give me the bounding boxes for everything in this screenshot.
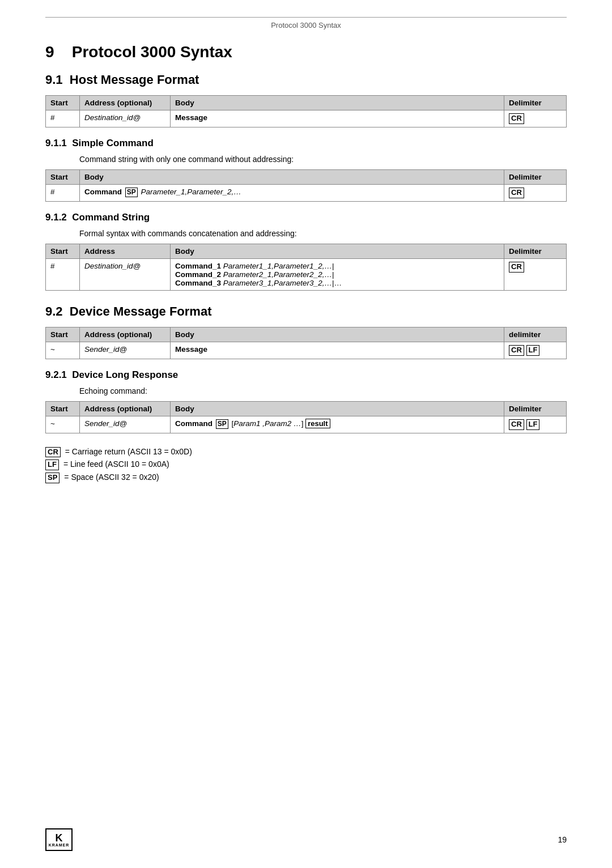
sp-box: SP bbox=[216, 419, 228, 429]
cell-start: ~ bbox=[46, 342, 80, 359]
col-header-delimiter: Delimiter bbox=[504, 244, 567, 258]
col-header-body: Body bbox=[80, 169, 504, 184]
table-row: ~ Sender_id@ Command SP [Param1 ,Param2 … bbox=[46, 416, 567, 433]
section-9-1-2-description: Formal syntax with commands concatenatio… bbox=[45, 229, 567, 238]
col-header-body: Body bbox=[171, 244, 504, 258]
legend-item-cr: CR = Carriage return (ASCII 13 = 0x0D) bbox=[45, 447, 567, 458]
host-message-table: Start Address (optional) Body Delimiter … bbox=[45, 95, 567, 127]
legend-item-sp: SP = Space (ASCII 32 = 0x20) bbox=[45, 473, 567, 483]
cell-delimiter: CR bbox=[504, 110, 567, 127]
section-9-1-1-description: Command string with only one command wit… bbox=[45, 155, 567, 164]
cell-delimiter: CR LF bbox=[504, 342, 567, 359]
chapter-number: 9 bbox=[45, 43, 54, 61]
page-footer: K KRAMER 19 bbox=[0, 828, 612, 851]
col-header-delimiter: Delimiter bbox=[504, 401, 567, 416]
header-rule bbox=[45, 17, 567, 18]
col-header-body: Body bbox=[171, 96, 504, 110]
legend-desc-sp: = Space (ASCII 32 = 0x20) bbox=[64, 473, 159, 482]
logo-letter: K bbox=[56, 833, 63, 843]
section-9-1-2-title: 9.1.2 Command String bbox=[45, 212, 567, 223]
legend-section: CR = Carriage return (ASCII 13 = 0x0D) L… bbox=[45, 447, 567, 484]
section-9-1-1-title: 9.1.1 Simple Command bbox=[45, 138, 567, 149]
logo-label: KRAMER bbox=[49, 843, 70, 847]
table-row: # Command SP Parameter_1,Parameter_2,… C… bbox=[46, 184, 567, 201]
cell-start: # bbox=[46, 184, 80, 201]
device-long-response-table: Start Address (optional) Body Delimiter … bbox=[45, 401, 567, 433]
section-9-2-1-description: Echoing command: bbox=[45, 386, 567, 395]
cell-body: Command SP [Param1 ,Param2 …] result bbox=[171, 416, 504, 433]
cell-delimiter: CR bbox=[504, 184, 567, 201]
section-9-1-title: 9.1 Host Message Format bbox=[45, 73, 567, 87]
command-string-table: Start Address Body Delimiter # Destinati… bbox=[45, 244, 567, 291]
page-number: 19 bbox=[558, 835, 567, 844]
col-header-delimiter: delimiter bbox=[504, 327, 567, 342]
legend-desc-cr: = Carriage return (ASCII 13 = 0x0D) bbox=[65, 447, 192, 456]
chapter-title: 9 Protocol 3000 Syntax bbox=[45, 43, 567, 61]
col-header-start: Start bbox=[46, 401, 80, 416]
col-header-start: Start bbox=[46, 244, 80, 258]
col-header-start: Start bbox=[46, 327, 80, 342]
col-header-delimiter: Delimiter bbox=[504, 96, 567, 110]
table-row: ~ Sender_id@ Message CR LF bbox=[46, 342, 567, 359]
col-header-address: Address (optional) bbox=[80, 401, 171, 416]
col-header-address: Address (optional) bbox=[80, 96, 171, 110]
simple-command-table: Start Body Delimiter # Command SP Parame… bbox=[45, 169, 567, 202]
legend-item-lf: LF = Line feed (ASCII 10 = 0x0A) bbox=[45, 459, 567, 470]
cell-start: # bbox=[46, 110, 80, 127]
col-header-start: Start bbox=[46, 96, 80, 110]
col-header-address: Address bbox=[80, 244, 171, 258]
legend-desc-lf: = Line feed (ASCII 10 = 0x0A) bbox=[63, 459, 169, 469]
chapter-title-text: Protocol 3000 Syntax bbox=[72, 43, 232, 61]
cell-address: Destination_id@ bbox=[80, 258, 171, 290]
sp-box: SP bbox=[125, 188, 138, 198]
cell-address: Destination_id@ bbox=[80, 110, 171, 127]
section-9-2-1-title: 9.2.1 Device Long Response bbox=[45, 369, 567, 381]
legend-key-sp: SP bbox=[45, 473, 60, 483]
cell-body: Command_1 Parameter1_1,Parameter1_2,…| C… bbox=[171, 258, 504, 290]
col-header-address: Address (optional) bbox=[80, 327, 171, 342]
table-row: # Destination_id@ Command_1 Parameter1_1… bbox=[46, 258, 567, 290]
cell-body: Message bbox=[171, 342, 504, 359]
legend-key-lf: LF bbox=[45, 459, 59, 470]
kramer-logo: K KRAMER bbox=[45, 828, 73, 851]
col-header-body: Body bbox=[171, 327, 504, 342]
cell-start: ~ bbox=[46, 416, 80, 433]
col-header-delimiter: Delimiter bbox=[504, 169, 567, 184]
page-header: Protocol 3000 Syntax bbox=[45, 21, 567, 29]
col-header-start: Start bbox=[46, 169, 80, 184]
device-message-table: Start Address (optional) Body delimiter … bbox=[45, 327, 567, 359]
cell-delimiter: CR LF bbox=[504, 416, 567, 433]
cell-body: Message bbox=[171, 110, 504, 127]
cell-delimiter: CR bbox=[504, 258, 567, 290]
cell-body: Command SP Parameter_1,Parameter_2,… bbox=[80, 184, 504, 201]
cell-address: Sender_id@ bbox=[80, 342, 171, 359]
col-header-body: Body bbox=[171, 401, 504, 416]
table-row: # Destination_id@ Message CR bbox=[46, 110, 567, 127]
section-9-2-title: 9.2 Device Message Format bbox=[45, 304, 567, 319]
page-container: Protocol 3000 Syntax 9 Protocol 3000 Syn… bbox=[0, 0, 612, 523]
cell-address: Sender_id@ bbox=[80, 416, 171, 433]
legend-key-cr: CR bbox=[45, 447, 61, 458]
cell-start: # bbox=[46, 258, 80, 290]
